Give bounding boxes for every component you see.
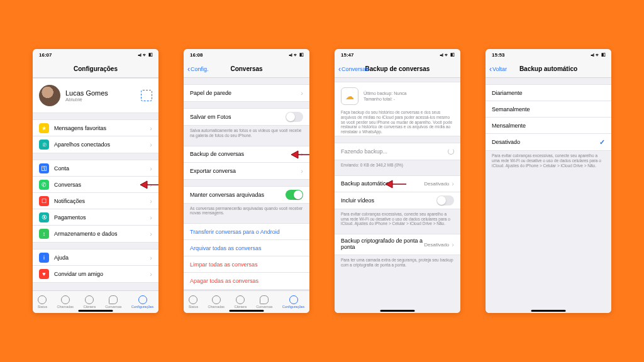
archive-all[interactable]: Arquivar todas as conversas <box>184 240 309 256</box>
chevron-right-icon: › <box>301 167 303 175</box>
save-photos[interactable]: Salvar em Fotos <box>184 109 309 125</box>
backup-description: Faça backup do seu histórico de conversa… <box>335 110 460 136</box>
save-photos-note: Salva automaticamente as fotos e os víde… <box>184 126 309 140</box>
camera-icon <box>236 295 245 304</box>
storage[interactable]: ↕Armazenamento e dados› <box>33 226 158 242</box>
info-icon: i <box>39 253 49 263</box>
toggle-keep-archived[interactable] <box>286 190 303 200</box>
chevron-right-icon: › <box>150 197 152 205</box>
nav-bar: ‹Voltar Backup automático <box>486 60 611 78</box>
chevron-right-icon: › <box>452 180 454 187</box>
account[interactable]: ⚿Conta› <box>33 160 158 177</box>
status-bar: 15:47 ••ılᯤ▮▯ <box>335 49 460 60</box>
status-indicators: ••ılᯤ▮▯ <box>591 52 605 57</box>
delete-all[interactable]: Apagar todas as conversas <box>184 273 309 289</box>
screen-settings: 16:07 ••ılᯤ▮▯ Configurações Lucas Gomes … <box>33 49 158 313</box>
page-title: Conversas <box>230 65 262 72</box>
profile-name: Lucas Gomes <box>65 89 136 97</box>
chevron-right-icon: › <box>150 141 152 148</box>
total-size: Tamanho total: - <box>364 96 406 102</box>
heart-icon: ♥ <box>39 269 49 279</box>
keep-archived-note: As conversas permanecerão arquivadas qua… <box>184 204 309 217</box>
status-indicators: ••ılᯤ▮▯ <box>440 52 454 57</box>
check-icon: ✓ <box>599 138 605 146</box>
nav-bar: ‹Config. Conversas <box>184 60 309 78</box>
wallpaper[interactable]: Papel de parede› <box>184 85 309 101</box>
profile-cell[interactable]: Lucas Gomes Ablublé <box>33 79 158 112</box>
toggle-include-videos[interactable] <box>436 195 454 206</box>
home-indicator <box>79 310 113 312</box>
tab-camera[interactable]: Câmera <box>234 295 247 309</box>
linked-devices[interactable]: ⎚Aparelhos conectados› <box>33 136 158 153</box>
tab-camera[interactable]: Câmera <box>83 295 96 309</box>
help[interactable]: iAjuda› <box>33 250 158 266</box>
home-indicator <box>531 310 566 312</box>
content: Lucas Gomes Ablublé ★Mensagens favoritas… <box>33 78 158 290</box>
chevron-right-icon: › <box>150 181 152 189</box>
tab-settings[interactable]: Configurações <box>282 295 304 309</box>
nav-bar: ‹Conversas Backup de conversas <box>335 60 460 78</box>
content: Papel de parede› Salvar em Fotos Salva a… <box>184 78 309 290</box>
starred-messages[interactable]: ★Mensagens favoritas› <box>33 120 158 136</box>
invite[interactable]: ♥Convidar um amigo› <box>33 266 158 282</box>
spinner-icon <box>448 148 454 155</box>
clear-all[interactable]: Limpar todas as conversas <box>184 256 309 273</box>
backup-progress: Fazendo backup... <box>335 143 460 160</box>
data-warning-note: Para evitar cobranças excessivas, conect… <box>486 151 611 169</box>
chevron-left-icon: ‹ <box>489 65 492 73</box>
e2e-backup[interactable]: Backup criptografado de ponta a pontaDes… <box>335 234 460 255</box>
payments[interactable]: ⦿Pagamentos› <box>33 209 158 226</box>
back-button[interactable]: ‹Voltar <box>489 65 507 73</box>
keep-archived[interactable]: Manter conversas arquivadas <box>184 187 309 203</box>
profile-status: Ablublé <box>65 97 136 102</box>
chat-backup[interactable]: Backup de conversas› <box>184 146 309 163</box>
avatar <box>39 85 60 106</box>
chats[interactable]: ✆Conversas› <box>33 177 158 193</box>
content: ☁ Último backup: Nunca Tamanho total: - … <box>335 78 460 313</box>
auto-backup[interactable]: Backup automáticoDesativado› <box>335 176 460 192</box>
chevron-right-icon: › <box>150 214 152 221</box>
tab-calls[interactable]: Chamadas <box>57 295 74 309</box>
page-title: Backup de conversas <box>365 65 430 72</box>
tab-status[interactable]: Status <box>38 295 48 309</box>
screen-auto-backup: 15:53 ••ılᯤ▮▯ ‹Voltar Backup automático … <box>486 49 611 313</box>
page-title: Configurações <box>74 65 118 72</box>
back-button[interactable]: ‹Config. <box>187 65 209 73</box>
transfer-android[interactable]: Transferir conversas para o Android <box>184 224 309 240</box>
phone-icon <box>212 295 221 304</box>
chevron-right-icon: › <box>150 124 152 132</box>
notifications[interactable]: ☐Notificações› <box>33 193 158 209</box>
cloud-icon: ☁ <box>341 87 358 105</box>
last-backup: Último backup: Nunca <box>364 90 406 96</box>
back-button[interactable]: ‹Conversas <box>338 65 369 73</box>
status-bar: 15:53 ••ılᯤ▮▯ <box>486 49 611 60</box>
tab-chats[interactable]: Conversas <box>105 295 121 309</box>
page-title: Backup automático <box>519 65 577 72</box>
toggle-save-photos[interactable] <box>286 112 303 122</box>
tab-settings[interactable]: Configurações <box>131 295 153 309</box>
devices-icon: ⎚ <box>39 140 49 150</box>
status-icon <box>38 295 47 304</box>
star-icon: ★ <box>39 123 49 133</box>
content: Diariamente Semanalmente Mensalmente Des… <box>486 78 611 313</box>
export-chat[interactable]: Exportar conversa› <box>184 163 309 179</box>
option-off[interactable]: Desativado✓ <box>486 134 611 150</box>
storage-icon: ↕ <box>39 229 49 239</box>
tab-status[interactable]: Status <box>189 295 199 309</box>
gear-icon <box>138 295 147 304</box>
include-videos[interactable]: Incluir vídeos <box>335 192 460 209</box>
nav-bar: Configurações <box>33 60 158 78</box>
tab-chats[interactable]: Conversas <box>256 295 272 309</box>
option-weekly[interactable]: Semanalmente <box>486 101 611 118</box>
option-monthly[interactable]: Mensalmente <box>486 118 611 134</box>
qr-icon[interactable] <box>141 90 152 101</box>
home-indicator <box>230 310 264 312</box>
backup-sending: Enviando: 0 KB de 348,2 MB (0%) <box>335 160 460 169</box>
chevron-right-icon: › <box>301 89 303 97</box>
bell-icon: ☐ <box>39 196 49 206</box>
option-daily[interactable]: Diariamente <box>486 85 611 101</box>
screen-chats-settings: 16:08 ••ılᯤ▮▯ ‹Config. Conversas Papel d… <box>184 49 309 313</box>
chevron-right-icon: › <box>150 254 152 261</box>
chat-icon <box>109 295 118 304</box>
tab-calls[interactable]: Chamadas <box>208 295 225 309</box>
